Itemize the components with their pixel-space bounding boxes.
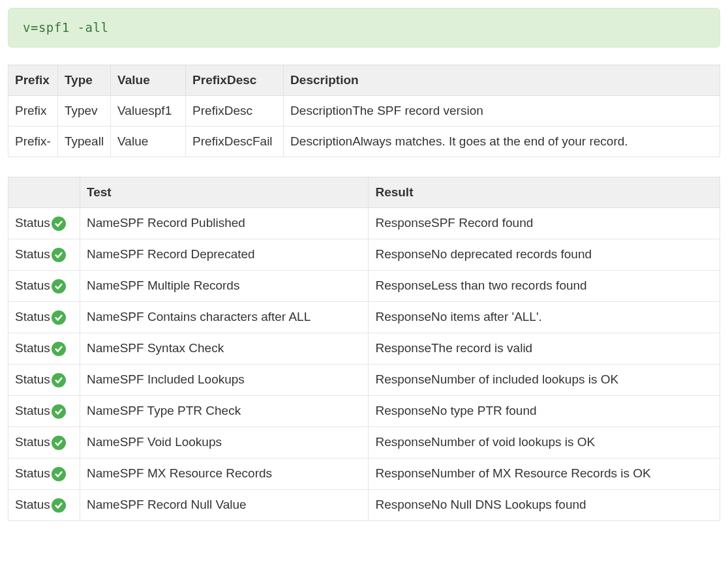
check-circle-icon	[52, 279, 66, 293]
cell-test: NameSPF Void Lookups	[80, 427, 369, 458]
col-description: Description	[284, 65, 720, 96]
cell-status: Status	[8, 208, 80, 239]
table-row: StatusNameSPF MX Resource RecordsRespons…	[8, 458, 720, 489]
spf-parts-table: Prefix Type Value PrefixDesc Description…	[8, 65, 720, 157]
check-circle-icon	[52, 310, 66, 325]
status-label: Status	[15, 435, 50, 449]
cell-value: Value	[111, 127, 186, 157]
check-circle-icon	[52, 248, 66, 262]
check-circle-icon	[52, 498, 66, 513]
cell-test: NameSPF Included Lookups	[80, 364, 369, 395]
table-row: Prefix- Typeall Value PrefixDescFail Des…	[8, 127, 720, 157]
cell-status: Status	[8, 333, 80, 364]
cell-value: Valuespf1	[111, 96, 186, 127]
cell-description: DescriptionThe SPF record version	[284, 96, 720, 127]
cell-prefixdesc: PrefixDescFail	[186, 127, 284, 157]
check-circle-icon	[52, 342, 66, 356]
table-header-row: Prefix Type Value PrefixDesc Description	[8, 65, 720, 96]
cell-result: ResponseNumber of MX Resource Records is…	[369, 458, 720, 489]
table-row: StatusNameSPF Record Null ValueResponseN…	[8, 489, 720, 520]
cell-result: ResponseNo deprecated records found	[369, 239, 720, 270]
cell-test: NameSPF Contains characters after ALL	[80, 301, 369, 333]
cell-status: Status	[8, 489, 80, 520]
cell-result: ResponseNumber of void lookups is OK	[369, 427, 720, 458]
cell-result: ResponseNo items after 'ALL'.	[369, 301, 720, 333]
status-label: Status	[15, 341, 50, 355]
check-circle-icon	[52, 404, 66, 419]
cell-status: Status	[8, 239, 80, 270]
check-circle-icon	[52, 467, 66, 481]
spf-record-text: v=spf1 -all	[23, 20, 108, 35]
status-label: Status	[15, 498, 50, 511]
cell-test: NameSPF Record Deprecated	[80, 239, 369, 270]
cell-prefixdesc: PrefixDesc	[186, 96, 284, 127]
status-label: Status	[15, 404, 50, 417]
col-test: Test	[80, 177, 369, 208]
cell-prefix: Prefix-	[8, 127, 58, 157]
cell-result: ResponseNo type PTR found	[369, 395, 720, 427]
col-prefix: Prefix	[8, 65, 58, 96]
cell-result: ResponseNo Null DNS Lookups found	[369, 489, 720, 520]
cell-status: Status	[8, 364, 80, 395]
spf-tests-table: Test Result StatusNameSPF Record Publish…	[8, 177, 720, 521]
status-label: Status	[15, 247, 50, 261]
cell-test: NameSPF Syntax Check	[80, 333, 369, 364]
cell-test: NameSPF Type PTR Check	[80, 395, 369, 427]
check-circle-icon	[52, 373, 66, 387]
status-label: Status	[15, 216, 50, 230]
table-row: StatusNameSPF Included LookupsResponseNu…	[8, 364, 720, 395]
check-circle-icon	[52, 217, 66, 231]
cell-test: NameSPF Record Null Value	[80, 489, 369, 520]
cell-status: Status	[8, 458, 80, 489]
table-row: StatusNameSPF Record PublishedResponseSP…	[8, 208, 720, 239]
cell-status: Status	[8, 395, 80, 427]
table-row: StatusNameSPF Record DeprecatedResponseN…	[8, 239, 720, 270]
col-result: Result	[369, 177, 720, 208]
table-header-row: Test Result	[8, 177, 720, 208]
cell-result: ResponseLess than two records found	[369, 270, 720, 301]
col-type: Type	[57, 65, 110, 96]
cell-test: NameSPF Multiple Records	[80, 270, 369, 301]
check-circle-icon	[52, 436, 66, 450]
col-status	[8, 177, 80, 208]
table-row: StatusNameSPF Syntax CheckResponseThe re…	[8, 333, 720, 364]
spf-record-box: v=spf1 -all	[8, 8, 720, 48]
status-label: Status	[15, 310, 50, 323]
cell-type: Typev	[57, 96, 110, 127]
cell-test: NameSPF Record Published	[80, 208, 369, 239]
col-value: Value	[111, 65, 186, 96]
col-prefixdesc: PrefixDesc	[186, 65, 284, 96]
cell-status: Status	[8, 427, 80, 458]
status-label: Status	[15, 466, 50, 480]
cell-result: ResponseSPF Record found	[369, 208, 720, 239]
cell-prefix: Prefix	[8, 96, 58, 127]
table-row: Prefix Typev Valuespf1 PrefixDesc Descri…	[8, 96, 720, 127]
status-label: Status	[15, 278, 50, 292]
cell-status: Status	[8, 301, 80, 333]
cell-result: ResponseThe record is valid	[369, 333, 720, 364]
table-row: StatusNameSPF Contains characters after …	[8, 301, 720, 333]
cell-description: DescriptionAlways matches. It goes at th…	[284, 127, 720, 157]
status-label: Status	[15, 372, 50, 386]
cell-status: Status	[8, 270, 80, 301]
table-row: StatusNameSPF Multiple RecordsResponseLe…	[8, 270, 720, 301]
cell-test: NameSPF MX Resource Records	[80, 458, 369, 489]
cell-type: Typeall	[57, 127, 110, 157]
table-row: StatusNameSPF Void LookupsResponseNumber…	[8, 427, 720, 458]
table-row: StatusNameSPF Type PTR CheckResponseNo t…	[8, 395, 720, 427]
cell-result: ResponseNumber of included lookups is OK	[369, 364, 720, 395]
